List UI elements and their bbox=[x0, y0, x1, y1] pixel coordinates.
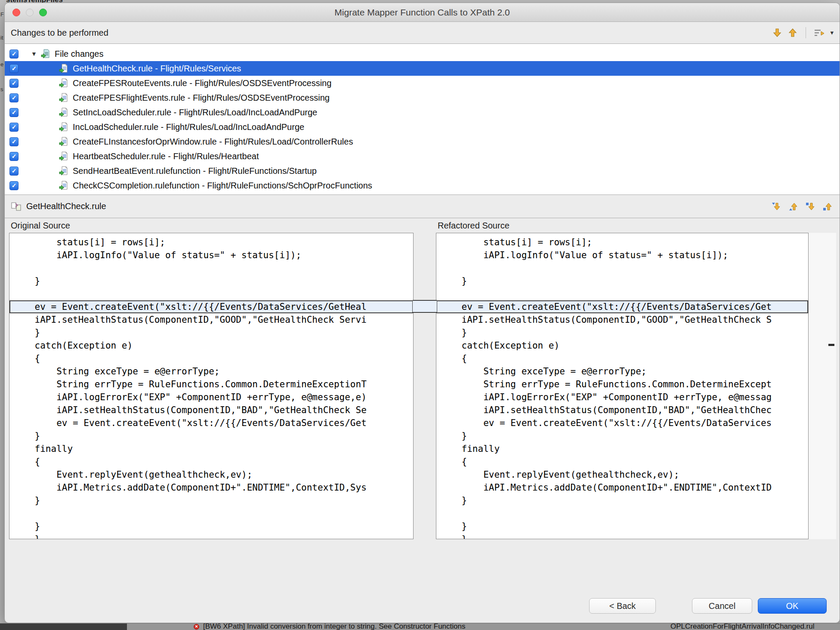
code-line: String exceType = e@errorType; bbox=[13, 365, 413, 378]
rule-file-icon bbox=[59, 107, 69, 117]
item-checkbox[interactable] bbox=[9, 152, 19, 161]
background-text-fragment: s bbox=[0, 86, 3, 93]
code-line: iAPI.logInfo("Value of status=" + status… bbox=[440, 249, 808, 262]
code-line bbox=[13, 262, 413, 275]
file-changes-icon bbox=[41, 49, 51, 59]
next-change-nav-icon[interactable] bbox=[805, 201, 816, 212]
filter-menu-icon[interactable] bbox=[814, 28, 825, 38]
item-checkbox[interactable] bbox=[9, 167, 19, 176]
code-line: } bbox=[13, 520, 413, 533]
background-filename-text: OPLCreationForFlightArrivalInfoChanged.r… bbox=[670, 623, 815, 630]
background-error-text: [BW6 XPath] Invalid conversion from inte… bbox=[203, 623, 465, 630]
item-checkbox[interactable] bbox=[9, 93, 19, 102]
tree-item-label: SetIncLoadScheduler.rule - Flight/Rules/… bbox=[73, 108, 317, 117]
code-line: iAPI.logInfo("Value of status=" + status… bbox=[13, 249, 413, 262]
previous-difference-icon[interactable] bbox=[788, 201, 799, 212]
code-line: iAPI.setHealthStatus(ComponentID,"GOOD",… bbox=[13, 313, 413, 326]
code-line: status[i] = rows[i]; bbox=[440, 236, 808, 249]
item-checkbox[interactable] bbox=[9, 108, 19, 117]
code-line: } bbox=[13, 275, 413, 287]
code-line: iAPI.logErrorEx("EXP" +ComponentID +errT… bbox=[440, 391, 808, 404]
code-line: } bbox=[440, 275, 808, 287]
background-text-fragment: F bbox=[0, 11, 4, 18]
window-title: Migrate Mapper Function Calls to XPath 2… bbox=[5, 3, 840, 22]
code-line: iAPI.logErrorEx("EXP" +ComponentID +errT… bbox=[13, 391, 413, 404]
code-line bbox=[13, 507, 413, 520]
tree-item[interactable]: CheckCSCompletion.rulefunction - Flight/… bbox=[5, 178, 840, 193]
code-line: iAPI.Metrics.addDate(ComponentID+".ENDTI… bbox=[440, 481, 808, 494]
migrate-mapper-dialog: Migrate Mapper Function Calls to XPath 2… bbox=[4, 3, 840, 623]
tree-item-label: CreateFLInstancesforOprWindow.rule - Fli… bbox=[73, 137, 353, 147]
code-line bbox=[440, 507, 808, 520]
code-line bbox=[440, 287, 808, 300]
previous-change-nav-icon[interactable] bbox=[822, 201, 834, 212]
tree-item[interactable]: HeartbeatScheduler.rule - Flight/Rules/H… bbox=[5, 149, 840, 164]
chevron-down-icon[interactable] bbox=[830, 29, 834, 37]
code-line: { bbox=[13, 455, 413, 468]
background-dark-segment bbox=[0, 624, 127, 630]
tree-item[interactable]: GetHealthCheck.rule - Flight/Rules/Servi… bbox=[5, 61, 840, 76]
ok-button[interactable]: OK bbox=[758, 598, 827, 614]
code-line: iAPI.setHealthStatus(ComponentID,"BAD","… bbox=[440, 404, 808, 417]
preview-file-title: GetHealthCheck.rule bbox=[26, 201, 106, 211]
code-line: } bbox=[13, 326, 413, 339]
root-checkbox[interactable] bbox=[9, 49, 19, 59]
tree-item-label: File changes bbox=[55, 49, 103, 59]
overview-change-marker[interactable] bbox=[828, 344, 834, 346]
refactored-source-code[interactable]: status[i] = rows[i]; iAPI.logInfo("Value… bbox=[436, 233, 809, 539]
tree-item[interactable]: IncLoadScheduler.rule - Flight/Rules/Loa… bbox=[5, 120, 840, 134]
tree-item[interactable]: CreateFPESFlightEvents.rule - Flight/Rul… bbox=[5, 90, 840, 105]
rule-file-icon bbox=[59, 122, 69, 132]
rule-file-icon bbox=[59, 136, 69, 147]
tree-item-label: CreateFPESRouteEvents.rule - Flight/Rule… bbox=[73, 78, 331, 88]
code-line: String errType = RuleFunctions.Common.De… bbox=[440, 378, 808, 391]
cancel-button[interactable]: Cancel bbox=[692, 598, 752, 614]
code-line bbox=[440, 262, 808, 275]
tree-item-label: CheckCSCompletion.rulefunction - Flight/… bbox=[73, 181, 372, 191]
rule-file-icon bbox=[59, 63, 69, 74]
rule-file-icon bbox=[59, 180, 69, 191]
item-checkbox[interactable] bbox=[9, 181, 19, 190]
changes-tree: File changes GetHealthCheck.rule - Fligh… bbox=[5, 43, 840, 195]
code-line: } bbox=[440, 520, 808, 533]
next-difference-icon[interactable] bbox=[771, 201, 782, 212]
item-checkbox[interactable] bbox=[9, 123, 19, 132]
previous-change-icon[interactable] bbox=[788, 28, 798, 38]
item-checkbox[interactable] bbox=[9, 64, 19, 73]
preview-section-header: GetHealthCheck.rule bbox=[5, 195, 840, 218]
code-line: ev = Event.createEvent("xslt://{{/Events… bbox=[13, 417, 413, 429]
rule-file-icon bbox=[59, 166, 69, 176]
original-source-code[interactable]: status[i] = rows[i]; iAPI.logInfo("Value… bbox=[9, 233, 414, 539]
tree-item-label: SendHeartBeatEvent.rulefunction - Flight… bbox=[73, 166, 317, 176]
code-line: Event.replyEvent(gethealthcheck,ev); bbox=[13, 468, 413, 481]
diff-highlight-line: ev = Event.createEvent("xslt://{{/Events… bbox=[436, 300, 808, 313]
diff-highlight-line: ev = Event.createEvent("xslt://{{/Events… bbox=[9, 300, 413, 313]
next-change-icon[interactable] bbox=[772, 28, 782, 38]
expander-icon[interactable] bbox=[30, 50, 38, 58]
code-line bbox=[13, 287, 413, 300]
title-bar[interactable]: Migrate Mapper Function Calls to XPath 2… bbox=[5, 3, 840, 22]
code-line: } bbox=[13, 494, 413, 507]
tree-item[interactable]: SendHeartBeatEvent.rulefunction - Flight… bbox=[5, 164, 840, 178]
code-line: { bbox=[440, 352, 808, 365]
code-line: } bbox=[13, 429, 413, 442]
code-line: { bbox=[13, 352, 413, 365]
code-line: ev = Event.createEvent("xslt://{{/Events… bbox=[440, 417, 808, 429]
item-checkbox[interactable] bbox=[9, 79, 19, 88]
code-line: finally bbox=[440, 442, 808, 455]
diff-connector bbox=[413, 300, 437, 313]
tree-item[interactable]: CreateFLInstancesforOprWindow.rule - Fli… bbox=[5, 134, 840, 149]
code-line: catch(Exception e) bbox=[13, 339, 413, 352]
code-line: } bbox=[440, 429, 808, 442]
refactored-source-label: Refactored Source bbox=[438, 218, 510, 233]
background-text-fragment: e bbox=[0, 61, 3, 68]
overview-ruler[interactable] bbox=[809, 233, 836, 539]
tree-item[interactable]: CreateFPESRouteEvents.rule - Flight/Rule… bbox=[5, 76, 840, 90]
item-checkbox[interactable] bbox=[9, 137, 19, 146]
tree-item[interactable]: SetIncLoadScheduler.rule - Flight/Rules/… bbox=[5, 105, 840, 120]
code-line: String exceType = e@errorType; bbox=[440, 365, 808, 378]
rule-file-icon bbox=[59, 93, 69, 103]
rule-file-icon bbox=[59, 151, 69, 161]
back-button[interactable]: < Back bbox=[589, 598, 656, 614]
tree-item-file-changes[interactable]: File changes bbox=[5, 46, 840, 61]
